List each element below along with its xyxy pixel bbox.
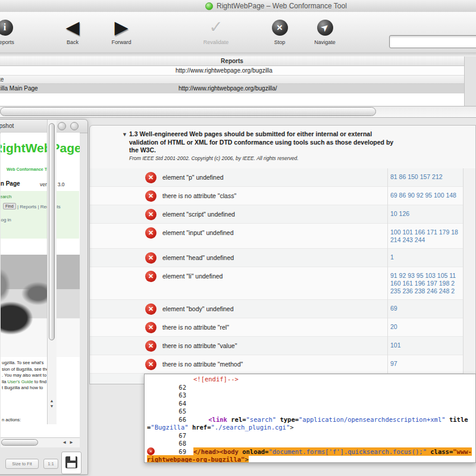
preview-quicksearch-link: Quicksearch	[1, 194, 11, 199]
code-line[interactable]: 62	[147, 384, 474, 392]
code-line-content: </head><body onload="document.forms['f']…	[147, 447, 472, 464]
snapshot-controls: Size to Fit 1:1	[1, 452, 89, 475]
error-message: there is no attribute "value"	[162, 342, 381, 349]
error-badge-icon: ✕	[147, 447, 155, 455]
preview-horizontal-scrollbar[interactable]: ◄►	[1, 437, 80, 447]
preview-tagline: Web Conformance Tool	[7, 167, 53, 171]
scrollbar-thumb[interactable]	[1, 439, 38, 446]
error-message: element "input" undefined	[162, 229, 381, 236]
error-row[interactable]: ✕ there is no attribute "rel" 20	[90, 318, 476, 337]
back-icon: ◀	[65, 18, 79, 36]
error-list: ✕ element "p" undefined 81 86 150 157 21…	[90, 168, 476, 384]
rule-number: 1.3	[129, 130, 138, 137]
snapshot-panel: Snapshot RightWebPage Web Conformance To…	[0, 119, 88, 475]
site-column-label: Site	[0, 76, 4, 83]
results-scrollbar-track[interactable]	[463, 168, 476, 384]
site-column-header: Site	[0, 76, 464, 84]
navigate-button[interactable]: ➤ Navigate	[303, 17, 346, 45]
scrollbar-thumb[interactable]	[0, 107, 376, 116]
code-line[interactable]: 64	[147, 400, 474, 408]
code-lines: <![endif]--> 62 63 64 65 66 <link rel="s…	[147, 375, 474, 463]
error-row[interactable]: ✕ there is no attribute "method" 97	[90, 355, 476, 374]
code-line-number: 65	[147, 408, 186, 416]
snapshot-panel-header[interactable]: Snapshot	[0, 120, 87, 133]
error-message: element "body" undefined	[162, 305, 381, 312]
one-to-one-button[interactable]: 1:1	[43, 459, 58, 469]
preview-actions-line: n actions:	[2, 417, 21, 422]
app-status-icon	[205, 2, 213, 10]
code-line[interactable]: 65	[147, 408, 474, 416]
preview-paragraph-line: . You may also want to	[2, 372, 79, 379]
preview-scroll-arrows-icon[interactable]: ◄►	[62, 440, 76, 445]
code-line[interactable]: 69</head><body onload="document.forms['f…	[147, 448, 474, 464]
preview-find-button: Find	[3, 203, 16, 209]
error-row[interactable]: ✕ element "body" undefined 69	[90, 300, 476, 318]
panel-window-button-icon[interactable]	[70, 122, 79, 130]
navigate-button-label: Navigate	[303, 39, 346, 45]
rule-heading[interactable]: ▼ 1.3 Well-engineered Web pages should b…	[90, 126, 475, 169]
source-code-panel: <![endif]--> 62 63 64 65 66 <link rel="s…	[144, 374, 476, 463]
error-message: element "li" undefined	[162, 273, 381, 280]
code-line[interactable]: 68	[147, 440, 474, 448]
site-url-row[interactable]: http://www.rightwebpage.org/bugzilla	[0, 66, 464, 76]
code-line-content: <![endif]-->	[193, 375, 239, 383]
code-line-number: 67	[147, 432, 186, 440]
reports-button[interactable]: i Reports	[0, 17, 26, 45]
floppy-disk-icon	[65, 456, 77, 468]
error-icon: ✕	[145, 172, 156, 183]
code-line-number: 63	[147, 392, 186, 400]
error-row[interactable]: ✕ element "li" undefined 91 92 93 95 103…	[90, 267, 476, 300]
error-row[interactable]: ✕ there is no attribute "value" 101	[90, 337, 476, 355]
page-snapshot-preview: RightWebPage Web Conformance Tool Bugzil…	[1, 133, 80, 437]
code-line[interactable]: 63	[147, 392, 474, 400]
size-to-fit-button[interactable]: Size to Fit	[5, 459, 39, 469]
table-horizontal-scrollbar[interactable]	[0, 106, 476, 118]
error-row[interactable]: ✕ element "script" undefined 10 126	[90, 205, 476, 224]
code-line-number: 66	[147, 416, 186, 424]
preview-paragraph: ugzilla. To see what'ssion of Bugzilla, …	[2, 360, 79, 392]
report-row-selected[interactable]: Bugzilla Main Page http://www.rightwebpa…	[0, 84, 464, 93]
stop-icon: ✕	[272, 20, 288, 36]
column-divider	[387, 168, 388, 384]
reports-button-label: Reports	[0, 39, 26, 45]
report-url-cell: http://www.rightwebpage.org/bugzilla/	[178, 84, 277, 93]
preview-ant-photo	[1, 255, 80, 357]
save-snapshot-button[interactable]	[61, 452, 82, 474]
code-line-number: 62	[147, 384, 186, 392]
error-icon: ✕	[145, 209, 156, 220]
error-icon: ✕	[145, 303, 156, 315]
code-line[interactable]: 67	[147, 432, 474, 440]
error-icon: ✕	[145, 322, 156, 333]
error-message: there is no attribute "rel"	[162, 324, 381, 331]
error-message: there is no attribute "method"	[162, 361, 381, 368]
back-button-label: Back	[51, 39, 94, 45]
back-button[interactable]: ◀ Back	[51, 17, 94, 45]
preview-vertical-scrollbar[interactable]	[47, 120, 57, 424]
toolbar: i Reports ◀ Back ▶ Forward ✓ Revalidate …	[0, 12, 476, 53]
rule-text: 1.3 Well-engineered Web pages should be …	[129, 130, 398, 155]
table-scrollbar-track[interactable]	[464, 57, 476, 106]
reports-table: Reports http://www.rightwebpage.org/bugz…	[0, 57, 476, 106]
error-icon: ✕	[145, 271, 156, 282]
disclosure-triangle-icon[interactable]: ▼	[122, 131, 127, 137]
error-row[interactable]: ✕ element "input" undefined 100 101 166 …	[90, 224, 476, 249]
code-line-content: <link rel="search" type="application/ope…	[147, 416, 468, 431]
error-row[interactable]: ✕ element "head" undefined 1	[90, 249, 476, 267]
error-row[interactable]: ✕ there is no attribute "class" 69 86 90…	[90, 187, 476, 205]
check-icon: ✓	[209, 19, 223, 36]
url-input[interactable]	[389, 35, 476, 48]
error-message: element "script" undefined	[162, 211, 381, 218]
preview-paragraph-line: t Bugzilla and how to	[2, 385, 79, 392]
revalidate-button[interactable]: ✓ Revalidate	[195, 17, 237, 45]
preview-scroll-arrows-icon[interactable]: ▲▼	[48, 398, 56, 409]
stop-button[interactable]: ✕ Stop	[258, 17, 301, 45]
error-row[interactable]: ✕ element "p" undefined 81 86 150 157 21…	[90, 168, 476, 187]
code-line[interactable]: 66 <link rel="search" type="application/…	[147, 416, 474, 432]
code-line[interactable]: <![endif]-->	[147, 375, 474, 384]
forward-button[interactable]: ▶ Forward	[100, 17, 143, 45]
snapshot-panel-title: Snapshot	[0, 123, 14, 129]
code-line-number: 68	[147, 440, 186, 448]
scrollbar-thumb[interactable]	[49, 123, 55, 340]
panel-window-button-icon[interactable]	[58, 122, 66, 130]
error-message: element "p" undefined	[162, 174, 381, 181]
